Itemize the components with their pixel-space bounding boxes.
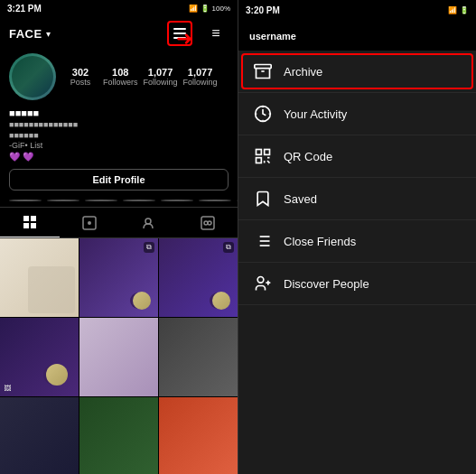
grid-cell[interactable]: [79, 318, 158, 396]
status-bar-left: 3:21 PM 📶 🔋 100%: [0, 0, 238, 17]
moon-decoration: [46, 364, 68, 386]
name-bio-area: ■■■■■ ■■■■■■■■■■■■■■■■■■■■ -GiF• List 💜 …: [0, 104, 238, 163]
battery-pct: 100%: [212, 5, 230, 13]
svg-rect-19: [265, 150, 270, 155]
svg-rect-0: [23, 216, 29, 221]
story-circle: [161, 200, 193, 201]
grid-cell[interactable]: [0, 238, 79, 317]
stat-following[interactable]: 1,077 Following: [144, 67, 178, 87]
status-bar-right: 3:20 PM 📶 🔋: [238, 0, 476, 20]
hearts-decoration: 💜 💜: [9, 152, 229, 162]
grid-cell[interactable]: ⧉: [159, 238, 238, 317]
story-circle: [85, 200, 117, 201]
bio-text: ■■■■■■■■■■■■■■■■■■■■: [9, 120, 229, 141]
svg-rect-1: [31, 216, 36, 221]
link-text[interactable]: -GiF• List: [9, 141, 229, 150]
grid-cell[interactable]: [0, 397, 79, 474]
more-icon: ≡: [211, 25, 219, 42]
story-circle: [123, 200, 155, 201]
tagged-icon: [141, 216, 155, 230]
stories-row: Blue #FaIyF... LuluK09aa0 All DianCil: [0, 196, 238, 203]
activity-label: Your Activity: [284, 107, 347, 121]
svg-line-24: [267, 161, 270, 163]
close-friends-icon: [253, 231, 273, 251]
avatar: [9, 53, 56, 100]
menu-item-qrcode[interactable]: QR Code: [238, 135, 476, 178]
archive-highlight-box: [241, 53, 473, 89]
more-options-button[interactable]: ≡: [203, 21, 229, 46]
collab-icon: [201, 216, 215, 230]
grid-cell[interactable]: [79, 397, 158, 474]
discover-label: Discover People: [284, 277, 369, 291]
time-right: 3:20 PM: [246, 5, 280, 15]
followers-count: 108: [112, 67, 128, 78]
chevron-down-icon: ▾: [46, 29, 51, 39]
moon-decoration: [212, 292, 230, 310]
stat-followers[interactable]: 108 Followers: [103, 67, 138, 87]
tab-collab[interactable]: [178, 208, 238, 237]
moon-decoration: [133, 292, 151, 310]
tab-grid[interactable]: [0, 208, 60, 237]
menu-item-activity[interactable]: Your Activity: [238, 93, 476, 135]
menu-item-saved[interactable]: Saved: [238, 178, 476, 220]
battery-icon: 🔋: [201, 5, 210, 13]
stat-others[interactable]: 1,077 Following: [183, 67, 218, 87]
activity-icon: [253, 104, 273, 124]
right-username-header: username: [238, 20, 476, 51]
qrcode-icon: [253, 146, 273, 166]
tab-reels[interactable]: [60, 208, 119, 237]
archive-label: Archive: [284, 65, 322, 79]
photo-grid: ⧉ ⧉ 🖼: [0, 238, 238, 474]
followers-label: Followers: [103, 78, 138, 87]
username-area[interactable]: FACE ▾: [9, 27, 51, 41]
saved-icon: [253, 189, 273, 209]
following-count: 1,077: [148, 67, 173, 78]
edit-profile-button[interactable]: Edit Profile: [9, 169, 229, 191]
saved-label: Saved: [284, 192, 317, 206]
username-display: FACE: [9, 27, 42, 41]
tab-bar: [0, 207, 238, 238]
discover-icon: [253, 274, 273, 293]
dropdown-menu: Archive Your Activity: [238, 51, 476, 474]
right-username: username: [249, 31, 296, 42]
posts-count: 302: [72, 67, 89, 78]
reels-icon: [82, 216, 97, 230]
stats-row: 302 Posts 108 Followers 1,077 Following …: [63, 67, 218, 87]
display-name: ■■■■■: [9, 107, 229, 118]
grid-cell[interactable]: ⧉: [79, 238, 158, 317]
multi-badge: ⧉: [223, 242, 234, 253]
close-friends-label: Close Friends: [284, 235, 356, 248]
tab-tagged[interactable]: [119, 208, 179, 237]
svg-point-6: [145, 218, 151, 224]
status-icons-left: 📶 🔋 100%: [189, 5, 230, 13]
grid-icon: [23, 215, 37, 229]
status-icons-right: 📶 🔋: [448, 6, 469, 14]
grid-cell[interactable]: [159, 318, 238, 396]
top-nav: FACE ▾ ➜ ≡: [0, 17, 238, 50]
red-arrow-indicator: ➜: [176, 27, 192, 51]
svg-rect-20: [257, 158, 262, 163]
avatar-inner: [12, 56, 53, 98]
others-count: 1,077: [188, 67, 213, 78]
left-panel: 3:21 PM 📶 🔋 100% FACE ▾ ➜ ≡: [0, 0, 238, 474]
grid-cell[interactable]: [159, 397, 238, 474]
grid-cell[interactable]: 🖼: [0, 318, 79, 396]
story-circle: [47, 200, 79, 201]
svg-point-31: [257, 277, 264, 283]
signal-icon-right: 📶: [448, 6, 457, 14]
menu-item-archive[interactable]: Archive: [238, 51, 476, 93]
svg-point-9: [208, 221, 211, 225]
svg-rect-2: [23, 223, 29, 228]
posts-label: Posts: [70, 78, 91, 87]
svg-rect-15: [255, 65, 271, 69]
story-circle: [9, 200, 42, 201]
signal-icon: 📶: [189, 5, 198, 13]
menu-item-discover[interactable]: Discover People: [238, 263, 476, 305]
qrcode-label: QR Code: [284, 150, 332, 163]
menu-item-close-friends[interactable]: Close Friends: [238, 220, 476, 263]
svg-point-5: [88, 221, 91, 225]
battery-icon-right: 🔋: [460, 6, 469, 14]
stat-posts[interactable]: 302 Posts: [63, 67, 98, 87]
profile-section: 302 Posts 108 Followers 1,077 Following …: [0, 50, 238, 104]
archive-icon: [253, 61, 273, 81]
